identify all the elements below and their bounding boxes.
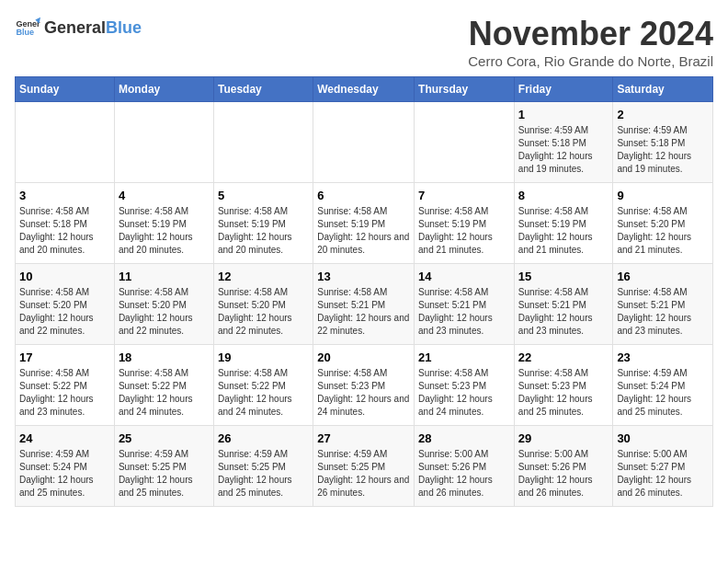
day-number: 27	[317, 431, 410, 445]
day-number: 29	[518, 431, 609, 445]
logo-blue: Blue	[106, 18, 142, 38]
title-area: November 2024 Cerro Cora, Rio Grande do …	[468, 15, 713, 69]
day-info: Sunrise: 4:59 AM Sunset: 5:25 PM Dayligh…	[119, 448, 210, 500]
day-number: 13	[317, 270, 410, 283]
day-info: Sunrise: 4:58 AM Sunset: 5:22 PM Dayligh…	[119, 367, 210, 419]
calendar-cell: 15Sunrise: 4:58 AM Sunset: 5:21 PM Dayli…	[514, 264, 613, 345]
calendar-cell: 3Sunrise: 4:58 AM Sunset: 5:18 PM Daylig…	[16, 183, 115, 264]
calendar-cell: 20Sunrise: 4:58 AM Sunset: 5:23 PM Dayli…	[313, 345, 415, 426]
day-number: 12	[218, 270, 309, 283]
day-header-wednesday: Wednesday	[313, 77, 415, 102]
day-number: 25	[119, 431, 210, 445]
day-number: 10	[19, 270, 110, 283]
calendar-cell: 11Sunrise: 4:58 AM Sunset: 5:20 PM Dayli…	[114, 264, 213, 345]
day-info: Sunrise: 4:58 AM Sunset: 5:23 PM Dayligh…	[418, 367, 510, 419]
calendar-cell: 17Sunrise: 4:58 AM Sunset: 5:22 PM Dayli…	[16, 345, 115, 426]
day-info: Sunrise: 4:58 AM Sunset: 5:20 PM Dayligh…	[218, 286, 309, 338]
day-info: Sunrise: 4:58 AM Sunset: 5:23 PM Dayligh…	[518, 367, 609, 419]
day-info: Sunrise: 4:58 AM Sunset: 5:21 PM Dayligh…	[617, 286, 709, 338]
calendar-cell: 30Sunrise: 5:00 AM Sunset: 5:27 PM Dayli…	[613, 426, 713, 507]
calendar-cell: 19Sunrise: 4:58 AM Sunset: 5:22 PM Dayli…	[213, 345, 313, 426]
calendar-cell	[16, 102, 115, 183]
day-number: 7	[418, 189, 510, 202]
calendar-cell: 28Sunrise: 5:00 AM Sunset: 5:26 PM Dayli…	[415, 426, 515, 507]
day-number: 15	[518, 270, 609, 283]
day-info: Sunrise: 4:58 AM Sunset: 5:20 PM Dayligh…	[119, 286, 210, 338]
calendar-week-row: 3Sunrise: 4:58 AM Sunset: 5:18 PM Daylig…	[16, 183, 713, 264]
day-info: Sunrise: 4:59 AM Sunset: 5:25 PM Dayligh…	[317, 448, 410, 500]
day-header-monday: Monday	[114, 77, 213, 102]
day-number: 9	[617, 189, 709, 202]
day-info: Sunrise: 4:58 AM Sunset: 5:19 PM Dayligh…	[518, 205, 609, 257]
calendar-cell: 12Sunrise: 4:58 AM Sunset: 5:20 PM Dayli…	[213, 264, 313, 345]
day-info: Sunrise: 4:58 AM Sunset: 5:19 PM Dayligh…	[218, 205, 309, 257]
day-number: 22	[518, 350, 609, 364]
calendar-cell: 14Sunrise: 4:58 AM Sunset: 5:21 PM Dayli…	[415, 264, 515, 345]
calendar-cell: 27Sunrise: 4:59 AM Sunset: 5:25 PM Dayli…	[313, 426, 415, 507]
calendar-cell: 25Sunrise: 4:59 AM Sunset: 5:25 PM Dayli…	[114, 426, 213, 507]
day-info: Sunrise: 4:58 AM Sunset: 5:19 PM Dayligh…	[119, 205, 210, 257]
calendar-week-row: 10Sunrise: 4:58 AM Sunset: 5:20 PM Dayli…	[16, 264, 713, 345]
day-info: Sunrise: 5:00 AM Sunset: 5:26 PM Dayligh…	[418, 448, 510, 500]
calendar-cell: 13Sunrise: 4:58 AM Sunset: 5:21 PM Dayli…	[313, 264, 415, 345]
calendar-cell: 29Sunrise: 5:00 AM Sunset: 5:26 PM Dayli…	[514, 426, 613, 507]
day-number: 11	[119, 270, 210, 283]
day-info: Sunrise: 4:58 AM Sunset: 5:21 PM Dayligh…	[418, 286, 510, 338]
calendar-cell: 24Sunrise: 4:59 AM Sunset: 5:24 PM Dayli…	[16, 426, 115, 507]
day-info: Sunrise: 5:00 AM Sunset: 5:27 PM Dayligh…	[617, 448, 709, 500]
calendar-cell: 10Sunrise: 4:58 AM Sunset: 5:20 PM Dayli…	[16, 264, 115, 345]
day-number: 24	[19, 431, 110, 445]
day-number: 5	[218, 189, 309, 202]
day-info: Sunrise: 4:59 AM Sunset: 5:25 PM Dayligh…	[218, 448, 309, 500]
day-number: 21	[418, 350, 510, 364]
day-header-sunday: Sunday	[16, 77, 115, 102]
calendar-week-row: 24Sunrise: 4:59 AM Sunset: 5:24 PM Dayli…	[16, 426, 713, 507]
calendar-cell: 4Sunrise: 4:58 AM Sunset: 5:19 PM Daylig…	[114, 183, 213, 264]
day-info: Sunrise: 4:59 AM Sunset: 5:18 PM Dayligh…	[617, 124, 709, 176]
logo-icon: General Blue	[15, 15, 40, 40]
calendar-cell	[415, 102, 515, 183]
calendar-cell: 22Sunrise: 4:58 AM Sunset: 5:23 PM Dayli…	[514, 345, 613, 426]
calendar-cell: 26Sunrise: 4:59 AM Sunset: 5:25 PM Dayli…	[213, 426, 313, 507]
day-number: 28	[418, 431, 510, 445]
calendar-table: SundayMondayTuesdayWednesdayThursdayFrid…	[15, 76, 713, 507]
day-number: 17	[19, 350, 110, 364]
day-number: 4	[119, 189, 210, 202]
day-info: Sunrise: 4:58 AM Sunset: 5:22 PM Dayligh…	[218, 367, 309, 419]
day-number: 3	[19, 189, 110, 202]
calendar-cell: 18Sunrise: 4:58 AM Sunset: 5:22 PM Dayli…	[114, 345, 213, 426]
day-header-thursday: Thursday	[415, 77, 515, 102]
day-number: 14	[418, 270, 510, 283]
day-number: 8	[518, 189, 609, 202]
logo: General Blue GeneralBlue	[15, 15, 142, 40]
day-number: 18	[119, 350, 210, 364]
svg-text:Blue: Blue	[16, 28, 34, 37]
day-info: Sunrise: 4:58 AM Sunset: 5:23 PM Dayligh…	[317, 367, 410, 419]
day-info: Sunrise: 4:58 AM Sunset: 5:20 PM Dayligh…	[617, 205, 709, 257]
calendar-header-row: SundayMondayTuesdayWednesdayThursdayFrid…	[16, 77, 713, 102]
day-info: Sunrise: 4:58 AM Sunset: 5:18 PM Dayligh…	[19, 205, 110, 257]
day-number: 23	[617, 350, 709, 364]
day-header-friday: Friday	[514, 77, 613, 102]
day-number: 20	[317, 350, 410, 364]
day-header-tuesday: Tuesday	[213, 77, 313, 102]
day-info: Sunrise: 4:58 AM Sunset: 5:19 PM Dayligh…	[418, 205, 510, 257]
calendar-week-row: 1Sunrise: 4:59 AM Sunset: 5:18 PM Daylig…	[16, 102, 713, 183]
day-number: 1	[518, 108, 609, 121]
day-header-saturday: Saturday	[613, 77, 713, 102]
calendar-cell: 23Sunrise: 4:59 AM Sunset: 5:24 PM Dayli…	[613, 345, 713, 426]
calendar-cell: 16Sunrise: 4:58 AM Sunset: 5:21 PM Dayli…	[613, 264, 713, 345]
day-number: 6	[317, 189, 410, 202]
day-info: Sunrise: 5:00 AM Sunset: 5:26 PM Dayligh…	[518, 448, 609, 500]
location-subtitle: Cerro Cora, Rio Grande do Norte, Brazil	[468, 53, 713, 69]
header: General Blue GeneralBlue November 2024 C…	[15, 15, 713, 69]
calendar-cell: 6Sunrise: 4:58 AM Sunset: 5:19 PM Daylig…	[313, 183, 415, 264]
day-info: Sunrise: 4:58 AM Sunset: 5:21 PM Dayligh…	[518, 286, 609, 338]
calendar-cell: 8Sunrise: 4:58 AM Sunset: 5:19 PM Daylig…	[514, 183, 613, 264]
calendar-cell	[213, 102, 313, 183]
day-number: 19	[218, 350, 309, 364]
calendar-cell	[114, 102, 213, 183]
day-number: 16	[617, 270, 709, 283]
calendar-cell: 2Sunrise: 4:59 AM Sunset: 5:18 PM Daylig…	[613, 102, 713, 183]
day-number: 30	[617, 431, 709, 445]
